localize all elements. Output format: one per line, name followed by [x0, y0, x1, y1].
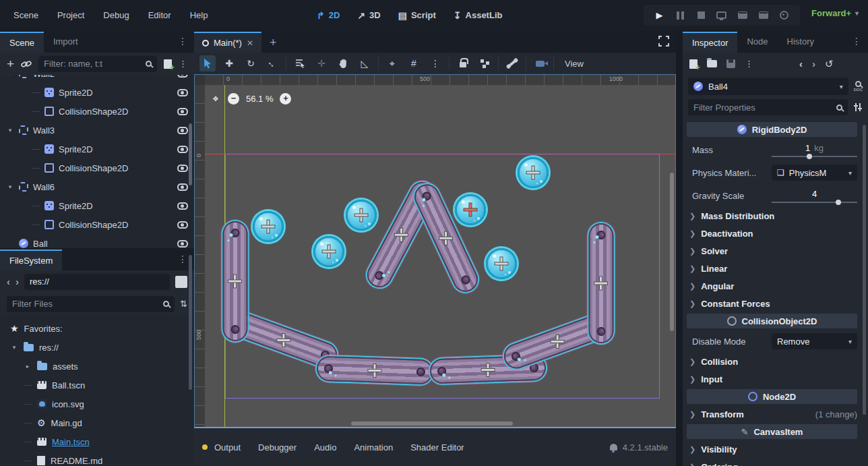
scene-tree-menu-button[interactable]: ⋮ [179, 59, 187, 69]
scene-tree-scrollbar[interactable] [189, 123, 192, 185]
scene-tab-main[interactable]: Main(*) ✕ [194, 32, 261, 53]
zoom-out-button[interactable]: − [228, 93, 239, 105]
menu-scene[interactable]: Scene [7, 7, 45, 23]
tab-import[interactable]: Import [44, 32, 88, 53]
property-control[interactable]: ❏PhysicsM▾ [772, 165, 857, 181]
tree-node-sprite2d[interactable]: Sprite2D [1, 140, 193, 158]
ball-2-selected[interactable] [455, 194, 486, 225]
smart-snap-button[interactable]: ⌖ [384, 55, 400, 71]
section-input[interactable]: ❯Input [683, 370, 868, 388]
section-angular[interactable]: ❯Angular [683, 277, 868, 295]
list-select-tool-button[interactable] [292, 55, 308, 71]
tree-node-wall2[interactable]: ▾Wall2 [1, 75, 193, 83]
bottom-tab-animation[interactable]: Animation [354, 442, 393, 453]
chevron-down-icon[interactable]: ▾ [6, 127, 14, 134]
expand-viewport-icon[interactable] [658, 36, 669, 47]
ball-5[interactable] [313, 236, 344, 267]
zoom-in-button[interactable]: + [280, 93, 291, 105]
property-control[interactable]: 1kg [772, 143, 857, 157]
tree-node-sprite2d[interactable]: Sprite2D [1, 196, 193, 215]
section-ordering[interactable]: ❯Ordering [683, 458, 868, 466]
new-resource-button[interactable] [689, 59, 698, 69]
inspector-scrollbar[interactable] [863, 125, 866, 415]
menu-editor[interactable]: Editor [142, 7, 178, 23]
path-field[interactable]: res:// [24, 274, 170, 290]
toggle-split-mode-button[interactable] [175, 276, 187, 288]
save-resource-button[interactable] [726, 59, 735, 68]
context-assetlib[interactable]: ↧AssetLib [454, 10, 503, 21]
visibility-eye-icon[interactable] [177, 165, 188, 172]
file-item-main-tscn[interactable]: Main.tscn [1, 432, 193, 451]
bottom-tab-audio[interactable]: Audio [314, 442, 336, 453]
section-linear[interactable]: ❯Linear [683, 260, 868, 277]
move-tool-button[interactable]: ✚ [221, 55, 237, 71]
lock-button[interactable] [455, 55, 471, 71]
add-node-button[interactable]: + [7, 57, 14, 71]
file-item-readme-md[interactable]: README.md [1, 451, 193, 466]
visibility-eye-icon[interactable] [177, 146, 188, 153]
onion-skinning-button[interactable] [532, 55, 548, 71]
visibility-eye-icon[interactable] [177, 127, 188, 134]
canvas-h-scrollbar[interactable] [351, 421, 513, 426]
play-button[interactable]: ▶ [652, 9, 666, 22]
tree-node-wall6[interactable]: ▾Wall6 [1, 177, 193, 196]
file-item-icon-svg[interactable]: icon.svg [1, 395, 193, 413]
tree-node-ball[interactable]: Ball [1, 234, 193, 248]
move-selected-tool-button[interactable]: ✛ [313, 55, 330, 71]
file-sort-button[interactable]: ⇅ [180, 299, 187, 309]
view-menu[interactable]: View [559, 59, 589, 69]
file-item-favorites-[interactable]: ★Favorites: [1, 319, 193, 338]
section-solver[interactable]: ❯Solver [683, 242, 868, 260]
canvas-v-scrollbar[interactable] [670, 173, 674, 331]
movie-maker-button[interactable] [777, 9, 790, 22]
remote-debug-button[interactable] [715, 9, 728, 22]
notification-bell-icon[interactable] [610, 444, 617, 450]
wall-capsule-3[interactable] [223, 221, 248, 341]
slider-knob[interactable] [836, 200, 841, 205]
file-filter-input[interactable]: Filter Files [7, 296, 175, 312]
ball-3[interactable] [346, 200, 377, 231]
pause-button[interactable] [673, 9, 687, 22]
property-filter-input[interactable]: Filter Properties [688, 99, 848, 115]
select-tool-button[interactable] [199, 55, 216, 71]
file-list-scrollbar[interactable] [189, 255, 192, 390]
section-transform[interactable]: ❯Transform(1 change) [683, 405, 868, 423]
history-recent-button[interactable]: ↺ [825, 58, 834, 70]
grid-snap-button[interactable]: # [406, 55, 422, 71]
edited-object-selector[interactable]: Ball4 ▾ [688, 78, 848, 95]
history-forward-button[interactable]: › [812, 58, 815, 69]
context-script[interactable]: ▤Script [398, 10, 436, 21]
filesystem-menu-button[interactable]: ⋮ [178, 254, 187, 264]
snap-options-button[interactable]: ⋮ [427, 55, 443, 71]
pan-tool-button[interactable] [335, 55, 351, 71]
ball-4[interactable] [253, 211, 284, 242]
slider-knob[interactable] [807, 154, 812, 159]
bottom-tab-shader-editor[interactable]: Shader Editor [410, 442, 464, 453]
new-scene-tab-button[interactable]: + [261, 32, 285, 53]
scale-tool-button[interactable]: ↔ [264, 55, 280, 71]
open-docs-button[interactable]: DOC [854, 81, 863, 92]
tab-inspector[interactable]: Inspector [683, 32, 737, 53]
visibility-eye-icon[interactable] [177, 240, 188, 247]
dropdown-remove[interactable]: Remove▾ [772, 333, 857, 349]
tree-node-sprite2d[interactable]: Sprite2D [1, 83, 193, 102]
menu-help[interactable]: Help [183, 7, 215, 23]
instance-scene-button[interactable] [21, 59, 32, 69]
menu-debug[interactable]: Debug [96, 7, 135, 23]
bottom-tab-output[interactable]: Output [214, 442, 241, 453]
property-value[interactable]: 4 [772, 189, 857, 199]
section-visibility[interactable]: ❯Visibility [683, 440, 868, 458]
load-resource-button[interactable] [707, 60, 717, 67]
chevron-right-icon[interactable]: ▸ [24, 363, 32, 370]
stop-button[interactable] [694, 9, 708, 22]
scene-filter-input[interactable]: Filter: name, t:t [38, 56, 157, 72]
attach-script-button[interactable] [164, 59, 172, 69]
play-custom-scene-button[interactable] [757, 9, 770, 22]
tab-filesystem[interactable]: FileSystem [0, 250, 62, 270]
section-collision[interactable]: ❯Collision [683, 353, 868, 370]
center-view-icon[interactable]: ✥ [210, 94, 221, 105]
nav-forward-button[interactable]: › [16, 276, 19, 287]
group-button[interactable] [476, 55, 493, 71]
renderer-selector[interactable]: Forward+ ▾ [811, 8, 859, 18]
tree-node-collisionshape2d[interactable]: CollisionShape2D [1, 102, 193, 121]
